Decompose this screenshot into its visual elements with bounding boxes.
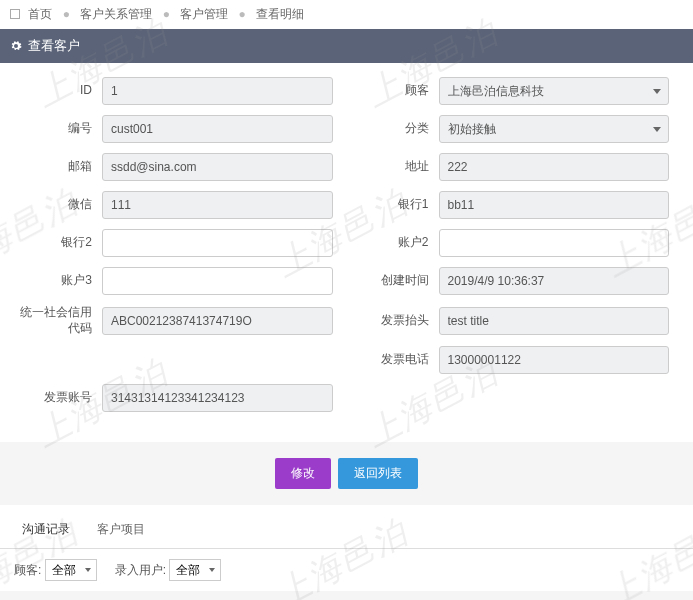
crumb-sep: ● — [239, 7, 246, 21]
label-address: 地址 — [347, 159, 439, 175]
label-wechat: 微信 — [10, 197, 102, 213]
breadcrumb: 首页 ● 客户关系管理 ● 客户管理 ● 查看明细 — [0, 0, 693, 29]
label-invacct: 发票账号 — [10, 390, 102, 406]
invtitle-field[interactable] — [439, 307, 670, 335]
invtel-field[interactable] — [439, 346, 670, 374]
bank1-field[interactable] — [439, 191, 670, 219]
advisor-select[interactable]: 上海邑泊信息科技 — [439, 77, 670, 105]
label-code: 编号 — [10, 121, 102, 137]
detail-form: ID 顾客上海邑泊信息科技 编号 分类初始接触 邮箱 地址 微信 银行1 银行2… — [0, 63, 693, 432]
code-field[interactable] — [102, 115, 333, 143]
label-advisor: 顾客 — [347, 83, 439, 99]
tab-records[interactable]: 沟通记录 — [10, 513, 82, 548]
label-uscc: 统一社会信用代码 — [10, 305, 102, 336]
address-field[interactable] — [439, 153, 670, 181]
label-bank1: 银行1 — [347, 197, 439, 213]
crumb-customer[interactable]: 客户管理 — [180, 7, 228, 21]
category-select[interactable]: 初始接触 — [439, 115, 670, 143]
label-created: 创建时间 — [347, 273, 439, 289]
back-button[interactable]: 返回列表 — [338, 458, 418, 489]
home-icon — [10, 9, 20, 19]
gear-icon — [10, 40, 22, 52]
wechat-field[interactable] — [102, 191, 333, 219]
filter-advisor-select[interactable]: 全部 — [45, 559, 97, 581]
tab-bar: 沟通记录 客户项目 — [0, 513, 693, 549]
filter-advisor-label: 顾客: — [14, 563, 41, 577]
bank2-field[interactable] — [102, 229, 333, 257]
label-invtitle: 发票抬头 — [347, 313, 439, 329]
filter-bar: 顾客: 全部 录入用户: 全部 — [0, 549, 693, 591]
crumb-home[interactable]: 首页 — [28, 7, 52, 21]
tab-projects[interactable]: 客户项目 — [85, 513, 157, 548]
edit-button[interactable]: 修改 — [275, 458, 331, 489]
email-field[interactable] — [102, 153, 333, 181]
label-acct3: 账户3 — [10, 273, 102, 289]
panel-title: 查看客户 — [28, 37, 80, 55]
panel-header: 查看客户 — [0, 29, 693, 63]
label-bank2: 银行2 — [10, 235, 102, 251]
crumb-crm[interactable]: 客户关系管理 — [80, 7, 152, 21]
action-bar: 修改 返回列表 — [0, 442, 693, 505]
filter-user-label: 录入用户: — [115, 563, 166, 577]
uscc-field[interactable] — [102, 307, 333, 335]
label-email: 邮箱 — [10, 159, 102, 175]
filter-user-select[interactable]: 全部 — [169, 559, 221, 581]
label-category: 分类 — [347, 121, 439, 137]
section-header: 沟通记录 — [0, 591, 693, 600]
id-field[interactable] — [102, 77, 333, 105]
acct2-field[interactable] — [439, 229, 670, 257]
acct3-field[interactable] — [102, 267, 333, 295]
label-acct2: 账户2 — [347, 235, 439, 251]
invacct-field[interactable] — [102, 384, 333, 412]
label-invtel: 发票电话 — [347, 352, 439, 368]
crumb-sep: ● — [163, 7, 170, 21]
crumb-sep: ● — [63, 7, 70, 21]
created-field[interactable] — [439, 267, 670, 295]
label-id: ID — [10, 83, 102, 99]
crumb-detail[interactable]: 查看明细 — [256, 7, 304, 21]
